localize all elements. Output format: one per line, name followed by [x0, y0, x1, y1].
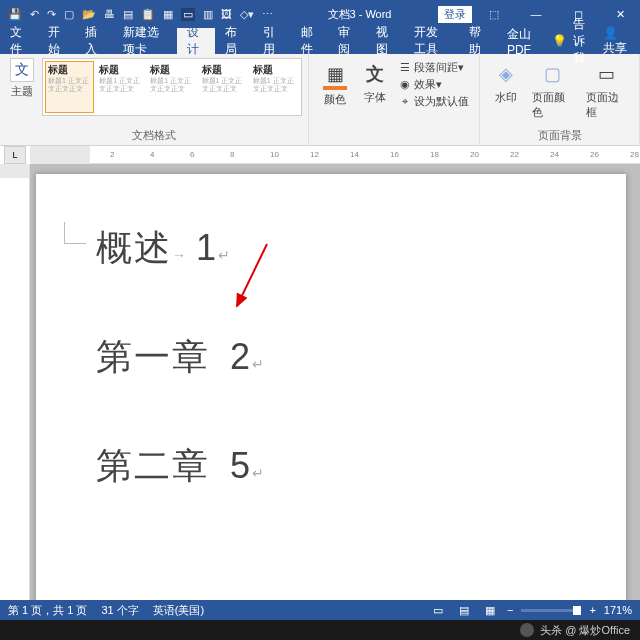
- source-watermark: 头杀 @ 爆炒Office: [0, 620, 640, 640]
- tab-layout[interactable]: 布局: [215, 28, 253, 54]
- save-icon[interactable]: 💾: [8, 8, 22, 21]
- format-options: ☰ 段落间距▾ ◉ 效果▾ ⌖ 设为默认值: [395, 58, 473, 143]
- watermark-text: 头杀 @ 爆炒Office: [540, 623, 630, 638]
- undo-icon[interactable]: ↶: [30, 8, 39, 21]
- view-read-icon[interactable]: ▭: [429, 604, 447, 617]
- gallery-item[interactable]: 标题标题1 正文正文正文正文: [147, 61, 196, 113]
- bulb-icon: 💡: [552, 34, 567, 48]
- page-color-icon: ▢: [539, 60, 567, 88]
- gallery-item[interactable]: 标题标题1 正文正文正文正文: [96, 61, 145, 113]
- set-default-button[interactable]: ⌖ 设为默认值: [399, 94, 469, 109]
- page-border-button[interactable]: ▭ 页面边框: [580, 58, 633, 122]
- window-title: 文档3 - Word: [281, 7, 438, 22]
- colors-button[interactable]: ▦ 颜色: [315, 58, 355, 143]
- preview-icon[interactable]: ▤: [123, 8, 133, 21]
- avatar-icon: [520, 623, 534, 637]
- watermark-icon: ◈: [492, 60, 520, 88]
- tab-view[interactable]: 视图: [366, 28, 404, 54]
- tab-home[interactable]: 开始: [38, 28, 76, 54]
- tab-design[interactable]: 设计: [177, 28, 215, 54]
- watermark-button[interactable]: ◈ 水印: [486, 58, 526, 122]
- ribbon-tabs: 文件 开始 插入 新建选项卡 设计 布局 引用 邮件 审阅 视图 开发工具 帮助…: [0, 28, 640, 54]
- page-area[interactable]: 概述→1↵ 第一章 2↵ 第二章 5↵: [30, 164, 640, 620]
- status-page[interactable]: 第 1 页，共 1 页: [8, 603, 87, 618]
- status-bar: 第 1 页，共 1 页 31 个字 英语(美国) ▭ ▤ ▦ − + 171%: [0, 600, 640, 620]
- tab-file[interactable]: 文件: [0, 28, 38, 54]
- page-bg-group: ◈ 水印 ▢ 页面颜色 ▭ 页面边框 页面背景: [480, 54, 640, 145]
- para-spacing-button[interactable]: ☰ 段落间距▾: [399, 60, 469, 75]
- view-print-icon[interactable]: ▤: [455, 604, 473, 617]
- open-icon[interactable]: 📂: [82, 8, 96, 21]
- login-button[interactable]: 登录: [438, 6, 472, 23]
- gallery-item[interactable]: 标题标题1 正文正文正文正文: [45, 61, 94, 113]
- page-color-button[interactable]: ▢ 页面颜色: [526, 58, 579, 122]
- themes-button[interactable]: 文 主题: [6, 58, 38, 116]
- themes-icon: 文: [10, 58, 34, 82]
- tab-help[interactable]: 帮助: [459, 28, 497, 54]
- table-icon[interactable]: ▦: [163, 8, 173, 21]
- new-icon[interactable]: ▢: [64, 8, 74, 21]
- tab-pdf[interactable]: 金山PDF: [497, 28, 552, 54]
- tab-insert[interactable]: 插入: [75, 28, 113, 54]
- tab-dev[interactable]: 开发工具: [404, 28, 459, 54]
- quick-access-toolbar: 💾 ↶ ↷ ▢ 📂 🖶 ▤ 📋 ▦ ▭ ▥ 🖼 ◇▾ ⋯: [0, 8, 281, 21]
- ribbon: 文 主题 标题标题1 正文正文正文正文 标题标题1 正文正文正文正文 标题标题1…: [0, 54, 640, 146]
- ruler-corner[interactable]: L: [4, 146, 26, 164]
- toc-line-3[interactable]: 第二章 5↵: [96, 442, 566, 491]
- ruler-area: L 2 4 6 8 10 12 14 16 18 20 22 24 26 28: [0, 146, 640, 164]
- status-lang[interactable]: 英语(美国): [153, 603, 204, 618]
- paste-icon[interactable]: 📋: [141, 8, 155, 21]
- gallery-item[interactable]: 标题标题1 正文正文正文正文: [199, 61, 248, 113]
- picture-icon[interactable]: 🖼: [221, 8, 232, 21]
- redo-icon[interactable]: ↷: [47, 8, 56, 21]
- grid-icon[interactable]: ▥: [203, 8, 213, 21]
- margin-mark: [64, 222, 86, 244]
- zoom-slider[interactable]: [521, 609, 581, 612]
- document-page[interactable]: 概述→1↵ 第一章 2↵ 第二章 5↵: [36, 174, 626, 620]
- colors-icon: ▦: [321, 60, 349, 88]
- themes-group: 文 主题 标题标题1 正文正文正文正文 标题标题1 正文正文正文正文 标题标题1…: [0, 54, 309, 145]
- workspace: 概述→1↵ 第一章 2↵ 第二章 5↵: [0, 164, 640, 620]
- status-words[interactable]: 31 个字: [101, 603, 138, 618]
- reading-icon[interactable]: ▭: [181, 8, 195, 21]
- group-label-doc-format: 文档格式: [6, 126, 302, 143]
- shape-icon[interactable]: ◇▾: [240, 8, 254, 21]
- gallery-item[interactable]: 标题标题1 正文正文正文正文: [250, 61, 299, 113]
- style-gallery[interactable]: 标题标题1 正文正文正文正文 标题标题1 正文正文正文正文 标题标题1 正文正文…: [42, 58, 302, 116]
- minimize-icon[interactable]: —: [516, 0, 556, 28]
- effects-button[interactable]: ◉ 效果▾: [399, 77, 469, 92]
- view-web-icon[interactable]: ▦: [481, 604, 499, 617]
- horizontal-ruler[interactable]: 2 4 6 8 10 12 14 16 18 20 22 24 26 28: [30, 146, 640, 164]
- fonts-icon: 文: [361, 60, 389, 88]
- more-icon[interactable]: ⋯: [262, 8, 273, 21]
- tab-references[interactable]: 引用: [253, 28, 291, 54]
- tab-mail[interactable]: 邮件: [291, 28, 329, 54]
- fonts-button[interactable]: 文 字体: [355, 58, 395, 143]
- tab-newtab[interactable]: 新建选项卡: [113, 28, 177, 54]
- toc-line-1[interactable]: 概述→1↵: [96, 224, 566, 273]
- print-icon[interactable]: 🖶: [104, 8, 115, 21]
- page-border-icon: ▭: [592, 60, 620, 88]
- zoom-out-icon[interactable]: −: [507, 604, 513, 616]
- share-button[interactable]: 👤 共享: [603, 26, 630, 57]
- formatting-group: ▦ 颜色 文 字体 ☰ 段落间距▾ ◉ 效果▾ ⌖ 设为默认值: [309, 54, 480, 145]
- zoom-level[interactable]: 171%: [604, 604, 632, 616]
- toc-line-2[interactable]: 第一章 2↵: [96, 333, 566, 382]
- tab-review[interactable]: 审阅: [328, 28, 366, 54]
- vertical-ruler[interactable]: [0, 164, 30, 620]
- zoom-in-icon[interactable]: +: [589, 604, 595, 616]
- group-label-page-bg: 页面背景: [486, 126, 633, 143]
